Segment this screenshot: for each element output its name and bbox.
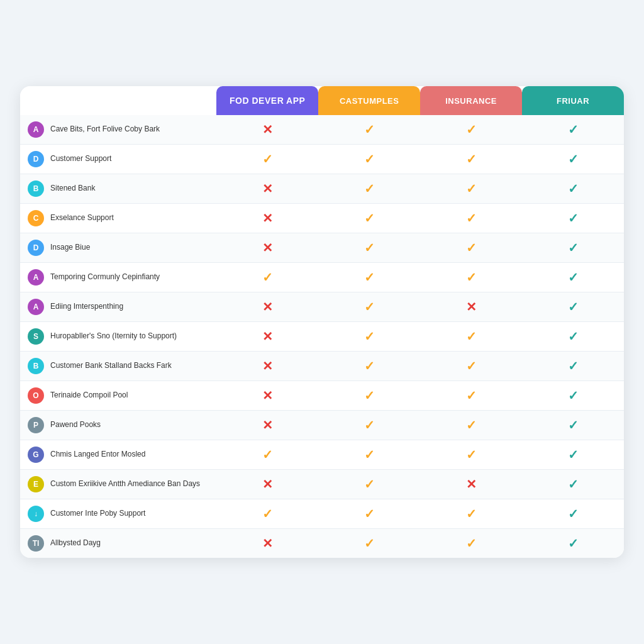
cell-friuar: ✓ [522,440,624,470]
check-gold-icon: ✓ [466,536,477,550]
check-gold-icon: ✓ [466,418,477,432]
check-gold-icon: ✓ [364,330,375,343]
cell-castumples: ✓ [318,322,420,352]
check-green-icon: ✓ [568,477,579,491]
cell-castumples: ✓ [318,204,420,233]
check-gold-icon: ✓ [466,123,477,136]
feature-cell: CExselance Support [20,204,216,233]
col-app-header: FOD DEVER APP [216,86,318,115]
cell-insurance: ✓ [420,381,522,411]
check-gold-icon: ✓ [364,507,375,521]
cell-castumples: ✓ [318,470,420,499]
cell-app: ✓ [216,440,318,470]
check-green-icon: ✓ [568,241,579,255]
table-row: PPawend Pooks✕✓✓✓ [20,411,624,440]
cell-castumples: ✓ [318,115,420,145]
check-green-icon: ✓ [568,182,579,196]
check-green-icon: ✓ [568,123,579,136]
feature-label: Exselance Support [50,213,114,223]
cell-insurance: ✓ [420,174,522,204]
feature-cell: PPawend Pooks [20,411,216,440]
comparison-table: FOD DEVER APP CASTUMPLES INSURANCE FRIUA… [20,86,624,558]
check-gold-icon: ✓ [466,359,477,373]
feature-label: Sitened Bank [50,184,95,194]
check-gold-icon: ✓ [466,211,477,225]
table-row: TIAllbysted Dayg✕✓✓✓ [20,529,624,558]
table-row: BSitened Bank✕✓✓✓ [20,174,624,204]
feature-badge: O [28,387,44,404]
feature-badge: A [28,299,44,315]
check-gold-icon: ✓ [466,389,477,402]
cell-castumples: ✓ [318,145,420,174]
feature-label: Custom Exriikive Antth Amediance Ban Day… [50,479,200,489]
check-gold-icon: ✓ [364,241,375,255]
check-green-icon: ✓ [568,448,579,462]
check-gold-icon: ✓ [466,330,477,343]
cell-castumples: ✓ [318,381,420,411]
cell-app: ✓ [216,145,318,174]
feature-badge: D [28,151,44,167]
cell-friuar: ✓ [522,381,624,411]
table-row: CExselance Support✕✓✓✓ [20,204,624,233]
col-castumples-header: CASTUMPLES [318,86,420,115]
check-gold-icon: ✓ [364,123,375,136]
check-gold-icon: ✓ [364,270,375,284]
feature-label: Customer Support [50,154,111,164]
feature-label: Insage Biue [50,243,90,253]
feature-label: Cave Bits, Fort Folive Coby Bark [50,125,160,135]
feature-cell: BSitened Bank [20,174,216,204]
feature-cell: DCustomer Support [20,145,216,174]
check-gold-icon: ✓ [466,241,477,255]
comparison-table-container: FOD DEVER APP CASTUMPLES INSURANCE FRIUA… [20,86,624,558]
cell-friuar: ✓ [522,115,624,145]
table-row: ↓Customer Inte Poby Support✓✓✓✓ [20,499,624,529]
cross-icon: ✕ [262,241,273,255]
cell-insurance: ✓ [420,440,522,470]
feature-cell: GChmis Langed Entor Mosled [20,440,216,470]
cell-friuar: ✓ [522,292,624,322]
feature-cell: ↓Customer Inte Poby Support [20,499,216,529]
feature-badge: C [28,210,44,226]
cell-app: ✕ [216,322,318,352]
cell-castumples: ✓ [318,263,420,292]
feature-label: Pawend Pooks [50,420,101,430]
check-green-icon: ✓ [568,359,579,373]
cross-icon: ✕ [466,477,477,491]
feature-cell: ECustom Exriikive Antth Amediance Ban Da… [20,470,216,499]
col-insurance-header: INSURANCE [420,86,522,115]
check-green-icon: ✓ [568,389,579,402]
feature-badge: G [28,447,44,463]
feature-label: Huropabller's Sno (Iternity to Support) [50,331,177,341]
check-gold-icon: ✓ [364,389,375,402]
cross-icon: ✕ [262,300,273,314]
check-green-icon: ✓ [568,211,579,225]
table-row: OTerinaide Compoil Pool✕✓✓✓ [20,381,624,411]
cell-app: ✕ [216,292,318,322]
cell-insurance: ✕ [420,470,522,499]
feature-label: Terinaide Compoil Pool [50,391,128,401]
feature-label: Chmis Langed Entor Mosled [50,450,145,460]
cell-app: ✕ [216,529,318,558]
feature-badge: ↓ [28,506,44,522]
table-row: DInsage Biue✕✓✓✓ [20,233,624,263]
cell-insurance: ✓ [420,352,522,381]
check-gold-icon: ✓ [364,477,375,491]
cell-app: ✓ [216,499,318,529]
check-gold-icon: ✓ [364,536,375,550]
cell-insurance: ✓ [420,204,522,233]
feature-badge: A [28,121,44,138]
feature-col-header [20,86,216,115]
col-friuar-header: FRIUAR [522,86,624,115]
check-gold-icon: ✓ [466,152,477,166]
feature-cell: SHuropabller's Sno (Iternity to Support) [20,322,216,352]
cell-castumples: ✓ [318,292,420,322]
cell-insurance: ✓ [420,233,522,263]
cell-castumples: ✓ [318,529,420,558]
cell-app: ✕ [216,470,318,499]
check-gold-icon: ✓ [262,448,273,462]
feature-cell: BCustomer Bank Stalland Backs Fark [20,352,216,381]
check-gold-icon: ✓ [364,359,375,373]
check-gold-icon: ✓ [466,448,477,462]
table-row: ECustom Exriikive Antth Amediance Ban Da… [20,470,624,499]
check-gold-icon: ✓ [466,182,477,196]
